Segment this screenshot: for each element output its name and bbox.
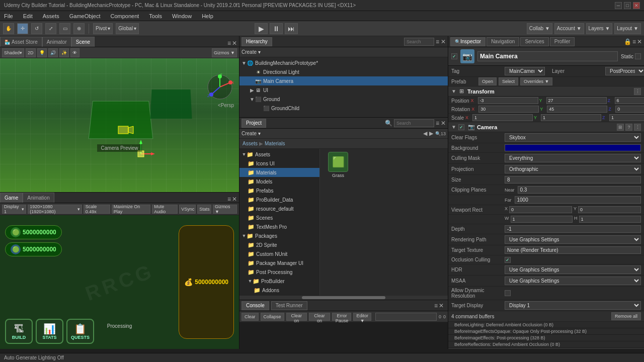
transform-context-button[interactable]: ⋮ bbox=[634, 88, 641, 95]
project-close[interactable]: ✕ bbox=[441, 120, 446, 127]
static-checkbox[interactable] bbox=[635, 53, 641, 59]
background-color-swatch[interactable] bbox=[505, 144, 641, 151]
2d-button[interactable]: 2D bbox=[26, 48, 36, 57]
menu-window[interactable]: Window bbox=[170, 12, 194, 20]
hierarchy-close[interactable]: ✕ bbox=[441, 38, 446, 45]
folder-addons[interactable]: 📁 Addons bbox=[239, 286, 319, 295]
account-dropdown[interactable]: Account ▼ bbox=[554, 23, 584, 34]
scene-light-button[interactable]: 💡 bbox=[37, 48, 47, 57]
audio-listener-header[interactable]: ▼ 🔊 Audio Listener ⊞ ⋮ bbox=[448, 348, 644, 349]
quests-button[interactable]: 📋 QUESTS bbox=[66, 319, 94, 344]
folder-custom-nunit[interactable]: 📁 Custom NUnit bbox=[239, 249, 319, 258]
folder-post-processing[interactable]: 📁 Post Processing bbox=[239, 267, 319, 277]
camera-ref-button[interactable]: ⊞ bbox=[617, 124, 624, 131]
depth-input[interactable] bbox=[505, 225, 641, 233]
tab-console[interactable]: Console bbox=[242, 301, 269, 310]
rot-y-input[interactable] bbox=[547, 106, 607, 113]
pivot-dropdown[interactable]: Pivot ▾ bbox=[93, 23, 113, 34]
tab-asset-store[interactable]: 🏪 Asset Store bbox=[0, 37, 42, 47]
folder-forward-button[interactable]: ▶ bbox=[429, 130, 433, 137]
pos-x-input[interactable] bbox=[478, 97, 538, 104]
msaa-dropdown[interactable]: Use Graphics Settings bbox=[505, 277, 641, 285]
project-options[interactable]: ≡ bbox=[436, 120, 439, 127]
shaded-dropdown[interactable]: Shaded ▾ bbox=[2, 48, 24, 57]
project-scrollbar[interactable] bbox=[239, 296, 448, 300]
prefab-overrides-button[interactable]: Overrides ▼ bbox=[520, 77, 552, 85]
tab-animator[interactable]: Animator bbox=[42, 37, 71, 47]
transform-header[interactable]: ▼ ⊞ Transform ⋮ bbox=[448, 86, 644, 97]
breadcrumb-materials[interactable]: Materials bbox=[265, 141, 285, 146]
folder-models[interactable]: 📁 Models bbox=[239, 177, 319, 186]
breadcrumb-assets[interactable]: Assets bbox=[243, 141, 258, 146]
object-name-input[interactable] bbox=[477, 51, 618, 61]
build-button[interactable]: 🏗 BUILD bbox=[5, 319, 33, 344]
menu-component[interactable]: Component bbox=[108, 12, 141, 20]
near-input[interactable] bbox=[518, 186, 641, 194]
tab-animation[interactable]: Animation bbox=[23, 193, 54, 203]
hand-tool-button[interactable]: ✋ bbox=[3, 23, 14, 34]
target-display-dropdown[interactable]: Display 1 bbox=[505, 301, 641, 310]
layers-dropdown[interactable]: Layers ▼ bbox=[586, 23, 613, 34]
menu-tools[interactable]: Tools bbox=[147, 12, 164, 20]
hierarchy-item-light[interactable]: ☀ Directional Light bbox=[239, 67, 448, 76]
menu-assets[interactable]: Assets bbox=[41, 12, 61, 20]
collab-dropdown[interactable]: Collab ▼ bbox=[527, 23, 552, 34]
file-grass[interactable]: 🟩 Grass bbox=[323, 152, 353, 178]
scene-panel-close[interactable]: ✕ bbox=[232, 40, 237, 47]
console-close[interactable]: ✕ bbox=[439, 302, 444, 309]
tab-hierarchy[interactable]: Hierarchy bbox=[242, 37, 272, 46]
display-dropdown[interactable]: Display 1 ▾ bbox=[2, 205, 26, 214]
vp-y-input[interactable] bbox=[578, 206, 641, 213]
scale-z-input[interactable] bbox=[609, 114, 644, 121]
menu-help[interactable]: Help bbox=[200, 12, 215, 20]
culling-dropdown[interactable]: Everything bbox=[505, 154, 641, 162]
tab-project[interactable]: Project bbox=[242, 119, 266, 128]
rect-tool-button[interactable]: ▭ bbox=[59, 23, 70, 34]
occlusion-checkbox[interactable] bbox=[505, 257, 511, 263]
vp-h-input[interactable] bbox=[579, 216, 641, 223]
console-clear-play-button[interactable]: Clear on Play bbox=[286, 313, 307, 321]
scene-audio-button[interactable]: 🔊 bbox=[48, 48, 58, 57]
folder-back-button[interactable]: ◀ bbox=[423, 130, 427, 137]
layout-dropdown[interactable]: Layout ▼ bbox=[614, 23, 641, 34]
maximize-on-play-button[interactable]: Maximize On Play bbox=[112, 205, 150, 214]
project-search[interactable] bbox=[394, 119, 434, 127]
camera-enabled[interactable] bbox=[458, 124, 464, 130]
scale-tool-button[interactable]: ⤢ bbox=[45, 23, 56, 34]
hierarchy-item-root[interactable]: ▼ 🌐 BuildingMechanicPrototype* bbox=[239, 58, 448, 67]
global-dropdown[interactable]: Global ▾ bbox=[116, 23, 139, 34]
camera-help-button[interactable]: ? bbox=[625, 124, 632, 131]
console-error-pause-button[interactable]: Error Pause bbox=[332, 313, 351, 321]
console-editor-dropdown[interactable]: Editor ▼ bbox=[353, 313, 371, 321]
scene-hidden-button[interactable]: 👁 bbox=[70, 48, 79, 57]
project-scrollbar-thumb[interactable] bbox=[302, 296, 385, 299]
inspector-lock[interactable]: 🔒 bbox=[624, 38, 631, 45]
vp-x-input[interactable] bbox=[509, 206, 572, 213]
tab-scene[interactable]: Scene bbox=[71, 37, 95, 47]
hierarchy-options[interactable]: ≡ bbox=[436, 38, 439, 45]
game-panel-close[interactable]: ✕ bbox=[232, 196, 237, 203]
project-search-icon[interactable]: 🔍 bbox=[385, 120, 392, 127]
menu-edit[interactable]: Edit bbox=[21, 12, 35, 20]
clear-flags-dropdown[interactable]: Skybox bbox=[505, 133, 641, 142]
pos-z-input[interactable] bbox=[615, 97, 644, 104]
far-input[interactable] bbox=[515, 196, 641, 204]
tab-profiler[interactable]: Profiler bbox=[550, 37, 575, 46]
pos-y-input[interactable] bbox=[546, 97, 607, 104]
console-collapse-button[interactable]: Collapse bbox=[261, 313, 284, 321]
folder-scenes[interactable]: 📁 Scenes bbox=[239, 213, 319, 222]
folder-probuilder[interactable]: ▼ 📁 ProBuilder bbox=[239, 277, 319, 286]
hierarchy-item-groundchild[interactable]: ⬛ GroundChild bbox=[239, 104, 448, 113]
console-clear-build-button[interactable]: Clear on Build bbox=[309, 313, 331, 321]
rot-z-input[interactable] bbox=[615, 106, 644, 113]
projection-dropdown[interactable]: Orthographic bbox=[505, 165, 641, 173]
console-search-input[interactable] bbox=[375, 313, 437, 321]
size-input[interactable] bbox=[505, 176, 641, 184]
camera-context-button[interactable]: ⋮ bbox=[634, 124, 641, 131]
prefab-open-button[interactable]: Open bbox=[478, 77, 497, 85]
maximize-button[interactable]: □ bbox=[624, 2, 631, 9]
stats-button[interactable]: Stats bbox=[197, 205, 211, 214]
minimize-button[interactable]: ─ bbox=[615, 2, 622, 9]
folder-prefabs[interactable]: 📁 Prefabs bbox=[239, 186, 319, 195]
layer-dropdown[interactable]: PostProcessing bbox=[605, 67, 644, 75]
